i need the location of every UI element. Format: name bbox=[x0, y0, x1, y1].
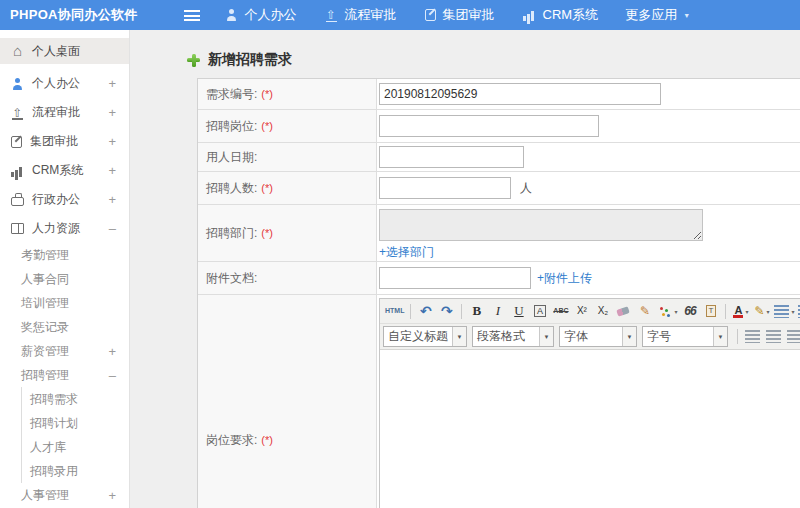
sidebar-item-recruit-hire[interactable]: 招聘录用 bbox=[0, 459, 129, 483]
bold-button[interactable]: B bbox=[467, 301, 486, 321]
field-label: 招聘岗位: bbox=[206, 118, 257, 135]
superscript-button[interactable]: X² bbox=[572, 301, 591, 321]
sidebar-item-human-resources[interactable]: 人力资源 – bbox=[0, 214, 129, 243]
form-row-headcount: 招聘人数: (*) 人 bbox=[198, 172, 800, 205]
briefcase-icon bbox=[10, 193, 25, 207]
sidebar-item-personnel-mgmt[interactable]: 人事管理 + bbox=[0, 483, 129, 507]
nav-crm-system[interactable]: CRM系统 bbox=[522, 6, 599, 24]
font-family-select[interactable]: 字体 ▼ bbox=[559, 326, 637, 347]
expand-toggle[interactable]: + bbox=[108, 76, 116, 91]
headcount-input[interactable] bbox=[379, 177, 511, 199]
chevron-down-icon: ▼ bbox=[452, 327, 466, 346]
sidebar-item-hr-contract[interactable]: 人事合同 bbox=[0, 267, 129, 291]
sidebar-item-crm-system[interactable]: CRM系统 + bbox=[0, 156, 129, 185]
text-box-button[interactable]: A bbox=[530, 301, 549, 321]
blockquote-button[interactable]: 66 bbox=[680, 301, 699, 321]
field-label: 附件文档: bbox=[206, 270, 257, 287]
editor-toolbar-row2: 自定义标题 ▼ 段落格式 ▼ 字体 ▼ 字号 bbox=[380, 324, 800, 350]
field-label: 需求编号: bbox=[206, 86, 257, 103]
align-left-button[interactable] bbox=[743, 327, 762, 347]
paste-text-button[interactable]: T bbox=[701, 301, 720, 321]
add-plus-icon bbox=[187, 54, 200, 67]
sidebar-item-recruit-plan[interactable]: 招聘计划 bbox=[0, 411, 129, 435]
sidebar-item-workflow-approval[interactable]: 流程审批 + bbox=[0, 98, 129, 127]
chevron-down-icon: ▾ bbox=[745, 308, 748, 315]
expand-toggle[interactable]: + bbox=[108, 192, 116, 207]
form-row-attachment: 附件文档: +附件上传 bbox=[198, 262, 800, 295]
toolbar-separator bbox=[737, 329, 738, 344]
recruit-department-textarea[interactable] bbox=[379, 209, 703, 241]
subscript-button[interactable]: X₂ bbox=[593, 301, 612, 321]
field-label: 岗位要求: bbox=[206, 432, 257, 449]
recruit-position-input[interactable] bbox=[379, 115, 599, 137]
sidebar-item-admin-office[interactable]: 行政办公 + bbox=[0, 185, 129, 214]
required-mark: (*) bbox=[261, 182, 273, 194]
top-nav: 个人办公 流程审批 集团审批 CRM系统 更多应用 ▼ bbox=[224, 6, 718, 24]
font-size-select[interactable]: 字号 ▼ bbox=[642, 326, 728, 347]
form-row-hire-date: 用人日期: bbox=[198, 143, 800, 172]
upload-attachment-link[interactable]: +附件上传 bbox=[537, 270, 592, 287]
lines-icon bbox=[774, 305, 789, 318]
chevron-down-icon: ▾ bbox=[766, 308, 769, 315]
expand-toggle[interactable]: – bbox=[109, 368, 116, 383]
nav-personal-office[interactable]: 个人办公 bbox=[224, 6, 297, 24]
user-icon bbox=[10, 77, 25, 91]
editor-content-area[interactable] bbox=[380, 350, 800, 508]
required-mark: (*) bbox=[261, 434, 273, 446]
align-right-button[interactable] bbox=[785, 327, 800, 347]
italic-button[interactable]: I bbox=[488, 301, 507, 321]
sidebar-item-recruit-mgmt[interactable]: 招聘管理 – bbox=[0, 363, 129, 387]
main-content: 新增招聘需求 需求编号: (*) 招聘岗位: (*) 用人日期: bbox=[130, 30, 800, 508]
expand-toggle[interactable]: + bbox=[108, 105, 116, 120]
share-icon bbox=[10, 106, 25, 120]
chart-icon bbox=[10, 164, 25, 178]
field-label: 招聘部门: bbox=[206, 225, 257, 242]
toolbar-separator bbox=[725, 304, 726, 319]
sidebar-item-group-approval[interactable]: 集团审批 + bbox=[0, 127, 129, 156]
hire-date-input[interactable] bbox=[379, 146, 524, 168]
select-department-link[interactable]: +选择部门 bbox=[379, 244, 434, 261]
highlight-color-button[interactable]: ✎ ▾ bbox=[752, 301, 771, 321]
required-mark: (*) bbox=[261, 88, 273, 100]
recruit-demand-form: 需求编号: (*) 招聘岗位: (*) 用人日期: bbox=[197, 78, 800, 508]
format-brush-button[interactable]: ✎ bbox=[635, 301, 654, 321]
source-code-button[interactable]: HTML bbox=[384, 301, 405, 321]
chevron-down-icon: ▼ bbox=[713, 327, 727, 346]
expand-toggle[interactable]: – bbox=[109, 221, 116, 236]
expand-toggle[interactable]: + bbox=[108, 163, 116, 178]
nav-group-approval[interactable]: 集团审批 bbox=[424, 6, 495, 24]
expand-toggle[interactable]: + bbox=[108, 344, 116, 359]
expand-toggle[interactable]: + bbox=[108, 134, 116, 149]
expand-toggle[interactable]: + bbox=[108, 488, 116, 503]
book-icon bbox=[10, 222, 25, 236]
sidebar-item-attendance-mgmt[interactable]: 考勤管理 bbox=[0, 243, 129, 267]
remove-format-button[interactable] bbox=[614, 301, 633, 321]
paragraph-format-select[interactable]: 段落格式 ▼ bbox=[472, 326, 554, 347]
demand-number-input[interactable] bbox=[379, 83, 661, 105]
form-row-position-requirements: 岗位要求: (*) HTML ↶ bbox=[198, 295, 800, 508]
sidebar-item-personal-office[interactable]: 个人办公 + bbox=[0, 69, 129, 98]
sidebar-item-talent-pool[interactable]: 人才库 bbox=[0, 435, 129, 459]
underline-button[interactable]: U bbox=[509, 301, 528, 321]
home-icon bbox=[10, 44, 25, 58]
app-brand: PHPOA协同办公软件 bbox=[0, 6, 138, 24]
sidebar-item-recruit-demand[interactable]: 招聘需求 bbox=[0, 387, 129, 411]
redo-button[interactable]: ↷ bbox=[437, 301, 456, 321]
hamburger-menu-icon[interactable] bbox=[184, 10, 200, 21]
sidebar-item-personal-desktop[interactable]: 个人桌面 bbox=[0, 38, 129, 64]
font-color-button[interactable]: A ▾ bbox=[731, 301, 750, 321]
field-label: 招聘人数: bbox=[206, 180, 257, 197]
undo-button[interactable]: ↶ bbox=[416, 301, 435, 321]
color-spray-button[interactable]: ▾ bbox=[656, 301, 678, 321]
ordered-list-button[interactable]: ▾ bbox=[773, 301, 795, 321]
nav-more-apps[interactable]: 更多应用 ▼ bbox=[625, 6, 690, 24]
align-center-button[interactable] bbox=[764, 327, 783, 347]
sidebar-item-training-mgmt[interactable]: 培训管理 bbox=[0, 291, 129, 315]
strikethrough-button[interactable]: ABC bbox=[551, 301, 570, 321]
attachment-input[interactable] bbox=[379, 267, 531, 289]
eraser-icon bbox=[616, 305, 631, 318]
sidebar-item-reward-punishment[interactable]: 奖惩记录 bbox=[0, 315, 129, 339]
nav-workflow-approval[interactable]: 流程审批 bbox=[324, 6, 397, 24]
sidebar-item-salary-mgmt[interactable]: 薪资管理 + bbox=[0, 339, 129, 363]
custom-title-select[interactable]: 自定义标题 ▼ bbox=[383, 326, 467, 347]
